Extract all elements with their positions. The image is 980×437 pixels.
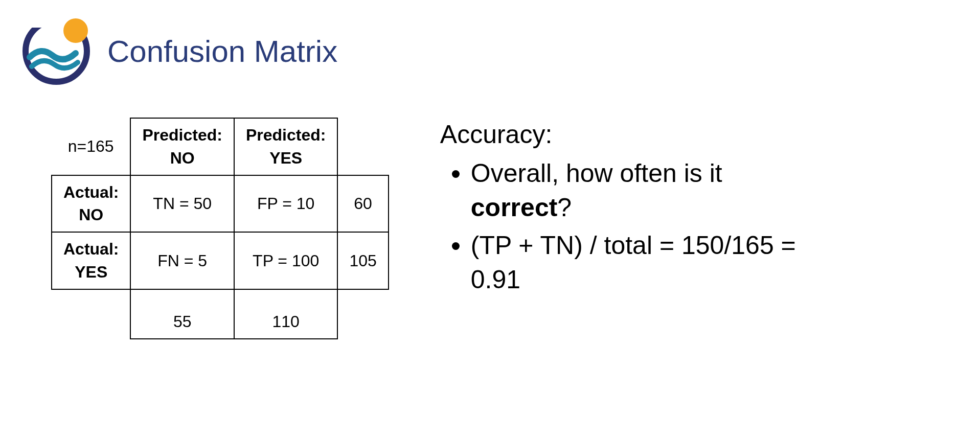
cell-tn: TN = 50 — [130, 175, 234, 233]
col-total-no: 55 — [130, 289, 234, 339]
list-item: (TP + TN) / total = 150/165 = 0.91 — [471, 228, 824, 297]
confusion-matrix-panel: n=165 Predicted: NO Predicted: YES Actua… — [51, 118, 389, 339]
col-total-yes: 110 — [234, 289, 337, 339]
page-title: Confusion Matrix — [107, 34, 337, 69]
table-row: 55 110 — [52, 289, 389, 339]
row-total-yes: 105 — [337, 232, 388, 289]
metric-title: Accuracy: — [440, 118, 824, 152]
row-total-no: 60 — [337, 175, 388, 233]
svg-point-2 — [63, 18, 88, 43]
confusion-matrix-table: n=165 Predicted: NO Predicted: YES Actua… — [51, 118, 389, 339]
logo-icon — [20, 15, 92, 87]
table-row: Actual: NO TN = 50 FP = 10 60 — [52, 175, 389, 233]
empty-cell — [52, 289, 130, 339]
header-predicted-no: Predicted: NO — [130, 118, 234, 175]
empty-cell — [337, 118, 388, 175]
slide-header: Confusion Matrix — [0, 0, 980, 87]
row-label-actual-no: Actual: NO — [52, 175, 130, 233]
empty-cell — [337, 289, 388, 339]
table-row: Actual: YES FN = 5 TP = 100 105 — [52, 232, 389, 289]
metric-bullets: Overall, how often is it correct? (TP + … — [440, 156, 824, 297]
row-label-actual-yes: Actual: YES — [52, 232, 130, 289]
header-predicted-yes: Predicted: YES — [234, 118, 337, 175]
n-label: n=165 — [52, 118, 130, 175]
table-row: n=165 Predicted: NO Predicted: YES — [52, 118, 389, 175]
slide-content: n=165 Predicted: NO Predicted: YES Actua… — [0, 87, 980, 339]
cell-fp: FP = 10 — [234, 175, 337, 233]
list-item: Overall, how often is it correct? — [471, 156, 824, 225]
cell-fn: FN = 5 — [130, 232, 234, 289]
cell-tp: TP = 100 — [234, 232, 337, 289]
accuracy-panel: Accuracy: Overall, how often is it corre… — [440, 118, 824, 339]
